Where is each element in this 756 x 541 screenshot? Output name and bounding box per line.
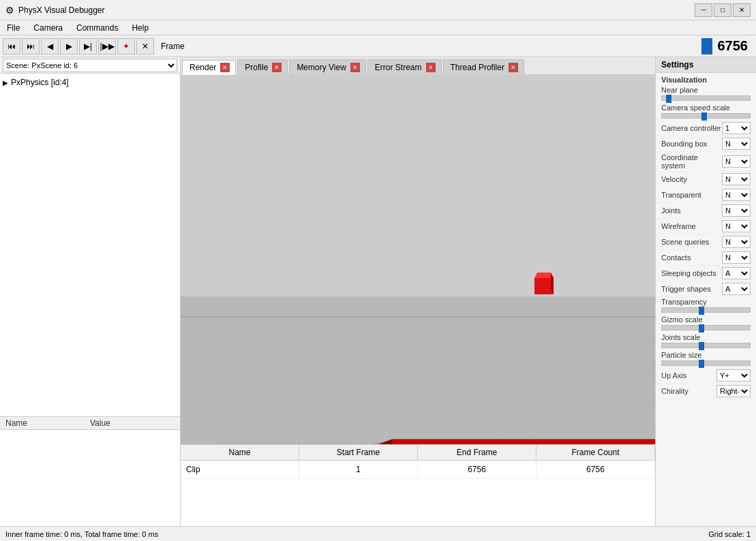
scene-svg bbox=[181, 75, 655, 444]
transparent-row: Transparent N bbox=[656, 187, 756, 203]
svg-marker-26 bbox=[534, 273, 554, 278]
bounding-box-select[interactable]: N bbox=[722, 138, 751, 150]
transparency-thumb[interactable] bbox=[699, 307, 704, 315]
contacts-select[interactable]: N bbox=[722, 251, 751, 264]
joints-row: Joints N bbox=[656, 203, 756, 219]
svg-rect-1 bbox=[181, 296, 655, 444]
props-header: Name Value bbox=[0, 417, 180, 430]
contacts-label: Contacts bbox=[661, 253, 722, 262]
menu-help[interactable]: Help bbox=[125, 22, 155, 34]
contacts-row: Contacts N bbox=[656, 250, 756, 266]
tree-item-pxphysics[interactable]: ▶ PxPhysics [id:4] bbox=[3, 76, 177, 89]
velocity-label: Velocity bbox=[661, 175, 722, 183]
gizmo-scale-label: Gizmo scale bbox=[661, 315, 751, 324]
tab-thread-close[interactable]: ✕ bbox=[509, 63, 518, 72]
tab-profile[interactable]: Profile ✕ bbox=[237, 59, 288, 74]
near-plane-thumb[interactable] bbox=[666, 95, 671, 103]
visualization-label: Visualization bbox=[656, 73, 756, 85]
scene-queries-row: Scene queries N bbox=[656, 234, 756, 250]
tab-render-close[interactable]: ✕ bbox=[220, 63, 230, 72]
scene-queries-label: Scene queries bbox=[661, 238, 722, 246]
coordinate-system-select[interactable]: N bbox=[722, 155, 751, 168]
tab-error-stream[interactable]: Error Stream ✕ bbox=[367, 59, 442, 74]
transparency-track[interactable] bbox=[661, 307, 751, 313]
joints-scale-track[interactable] bbox=[661, 343, 751, 348]
wireframe-row: Wireframe N bbox=[656, 219, 756, 234]
joints-select[interactable]: N bbox=[722, 204, 751, 217]
trigger-shapes-select[interactable]: A bbox=[722, 283, 751, 295]
tab-render[interactable]: Render ✕ bbox=[182, 60, 236, 75]
main-layout: Scene: PxScene id: 6 ▶ PxPhysics [id:4] … bbox=[0, 57, 756, 526]
settings-panel: Settings Visualization Near plane Camera… bbox=[655, 57, 756, 526]
minimize-button[interactable]: ─ bbox=[695, 3, 712, 17]
velocity-row: Velocity N bbox=[656, 172, 756, 187]
chirality-label: Chirality bbox=[661, 387, 716, 395]
scene-queries-select[interactable]: N bbox=[722, 236, 751, 248]
camera-speed-slider-row: Camera speed scale bbox=[656, 103, 756, 121]
step-back-button[interactable]: ◀ bbox=[41, 38, 59, 55]
clip-name: Clip bbox=[181, 461, 299, 478]
go-to-start-button[interactable]: ⏮ bbox=[3, 38, 20, 55]
menu-commands[interactable]: Commands bbox=[70, 22, 125, 34]
close-button[interactable]: ✕ bbox=[733, 3, 751, 17]
near-plane-label: Near plane bbox=[661, 86, 751, 94]
up-axis-label: Up Axis bbox=[661, 371, 716, 380]
velocity-select[interactable]: N bbox=[722, 173, 751, 185]
status-bar: Inner frame time: 0 ms, Total frame time… bbox=[0, 526, 756, 541]
clip-start-frame: 1 bbox=[299, 461, 418, 478]
transparent-select[interactable]: N bbox=[722, 189, 751, 201]
menu-camera[interactable]: Camera bbox=[27, 22, 70, 34]
particle-size-track[interactable] bbox=[661, 360, 751, 366]
props-col-name: Name bbox=[5, 418, 90, 428]
tab-memory-view[interactable]: Memory View ✕ bbox=[289, 59, 365, 74]
record-button[interactable]: ✦ bbox=[117, 38, 135, 55]
window-controls: ─ □ ✕ bbox=[695, 3, 751, 17]
sleeping-objects-select[interactable]: A bbox=[722, 267, 751, 279]
menu-bar: File Camera Commands Help bbox=[0, 20, 756, 35]
transparency-label: Transparency bbox=[661, 298, 751, 306]
gizmo-scale-slider-row: Gizmo scale bbox=[656, 315, 756, 333]
svg-rect-25 bbox=[534, 278, 554, 294]
tab-memory-close[interactable]: ✕ bbox=[350, 63, 360, 72]
transparent-label: Transparent bbox=[661, 191, 722, 199]
clip-frame-count: 6756 bbox=[536, 461, 655, 478]
tab-error-label: Error Stream bbox=[375, 63, 422, 72]
gizmo-scale-track[interactable] bbox=[661, 325, 751, 330]
scene-selector: Scene: PxScene id: 6 bbox=[0, 57, 180, 74]
chirality-select[interactable]: Right-Handi bbox=[716, 385, 751, 397]
col-name: Name bbox=[181, 445, 299, 460]
bounding-box-label: Bounding box bbox=[661, 140, 722, 148]
joints-scale-slider-row: Joints scale bbox=[656, 333, 756, 350]
status-right: Grid scale: 1 bbox=[708, 530, 751, 538]
coordinate-system-row: Coordinate system N bbox=[656, 152, 756, 172]
tab-thread-profiler[interactable]: Thread Profiler ✕ bbox=[443, 59, 524, 74]
menu-file[interactable]: File bbox=[0, 22, 27, 34]
tab-error-close[interactable]: ✕ bbox=[426, 63, 436, 72]
particle-size-thumb[interactable] bbox=[699, 360, 704, 368]
maximize-button[interactable]: □ bbox=[714, 3, 731, 17]
camera-speed-thumb[interactable] bbox=[701, 112, 707, 121]
status-left: Inner frame time: 0 ms, Total frame time… bbox=[5, 530, 158, 538]
viewport[interactable] bbox=[181, 75, 655, 444]
step-forward-button[interactable]: ▶| bbox=[79, 38, 97, 55]
gizmo-scale-thumb[interactable] bbox=[699, 324, 704, 333]
wireframe-select[interactable]: N bbox=[722, 220, 751, 232]
camera-controller-select[interactable]: 1 bbox=[722, 122, 751, 134]
joints-scale-thumb[interactable] bbox=[699, 342, 704, 350]
go-to-end-button[interactable]: ⏭ bbox=[22, 38, 40, 55]
tree-panel: ▶ PxPhysics [id:4] bbox=[0, 74, 180, 417]
clip-row-0[interactable]: Clip 1 6756 6756 bbox=[181, 461, 655, 479]
center-panel: Render ✕ Profile ✕ Memory View ✕ Error S… bbox=[181, 57, 655, 526]
camera-speed-track[interactable] bbox=[661, 113, 751, 119]
near-plane-track[interactable] bbox=[661, 95, 751, 101]
up-axis-select[interactable]: Y+ bbox=[716, 369, 751, 382]
props-col-value: Value bbox=[90, 418, 175, 428]
tab-profile-close[interactable]: ✕ bbox=[272, 63, 282, 72]
play-button[interactable]: ▶ bbox=[60, 38, 78, 55]
clip-end-frame: 6756 bbox=[418, 461, 536, 478]
camera-speed-label: Camera speed scale bbox=[661, 104, 751, 112]
stop-button[interactable]: ✕ bbox=[136, 38, 154, 55]
particle-size-slider-row: Particle size bbox=[656, 350, 756, 368]
go-to-last-button[interactable]: |▶▶ bbox=[98, 38, 116, 55]
scene-dropdown[interactable]: Scene: PxScene id: 6 bbox=[3, 59, 177, 72]
